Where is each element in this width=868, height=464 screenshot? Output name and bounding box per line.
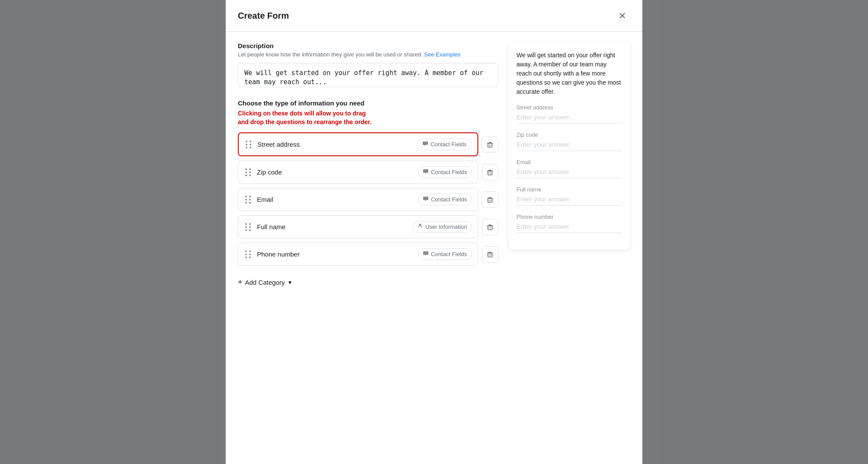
left-panel: Description Let people know how the info… (238, 42, 498, 454)
choose-section: Choose the type of information you need … (238, 99, 498, 126)
preview-field-placeholder: Enter your answer. (516, 168, 622, 178)
field-card: Zip codeContact Fields (238, 161, 478, 184)
preview-field-label: Street address (516, 104, 622, 111)
preview-field-label: Zip code (516, 132, 622, 138)
field-card: Full nameUser Information (238, 215, 478, 238)
field-card: EmailContact Fields (238, 188, 478, 211)
preview-field-label: Phone number (516, 214, 622, 220)
drag-handle-icon[interactable] (244, 222, 253, 232)
choose-section-label: Choose the type of information you need (238, 99, 498, 107)
svg-rect-0 (488, 143, 492, 147)
chat-icon (423, 196, 429, 203)
field-name-label: Phone number (257, 250, 414, 258)
modal-title: Create Form (238, 11, 289, 21)
svg-rect-4 (488, 226, 492, 230)
preview-card: We will get started on your offer right … (509, 42, 630, 250)
delete-field-button[interactable] (482, 164, 498, 181)
modal-body: Description Let people know how the info… (226, 32, 642, 464)
trash-icon (487, 251, 493, 258)
trash-icon (487, 141, 493, 148)
field-tag[interactable]: Contact Fields (418, 138, 471, 150)
person-icon (417, 223, 423, 230)
trash-icon (487, 196, 493, 203)
description-helper: Let people know how the information they… (238, 51, 498, 58)
field-tag-label: Contact Fields (431, 141, 467, 148)
field-name-label: Street address (257, 141, 413, 148)
field-tag[interactable]: Contact Fields (418, 194, 472, 205)
field-row: Full nameUser Information (238, 215, 498, 238)
preview-field: Street addressEnter your answer. (516, 104, 622, 124)
chat-icon (423, 168, 429, 176)
drag-handle-icon[interactable] (245, 140, 253, 149)
right-panel: We will get started on your offer right … (509, 42, 630, 454)
chevron-down-icon: ▼ (287, 280, 293, 286)
modal-header: Create Form (226, 0, 642, 32)
description-textarea[interactable]: We will get started on your offer right … (238, 63, 498, 87)
preview-field-label: Email (516, 159, 622, 165)
form-fields-list: Street addressContact FieldsZip codeCont… (238, 132, 498, 266)
field-tag[interactable]: User Information (412, 221, 472, 233)
trash-icon (487, 169, 493, 176)
preview-field-placeholder: Enter your answer. (516, 195, 622, 206)
delete-field-button[interactable] (482, 191, 498, 208)
create-form-modal: Create Form Description Let people know … (226, 0, 642, 464)
field-tag[interactable]: Contact Fields (418, 166, 472, 178)
svg-rect-1 (488, 171, 492, 175)
svg-rect-2 (488, 198, 492, 202)
trash-icon (487, 224, 493, 230)
field-row: Street addressContact Fields (238, 132, 498, 156)
field-row: EmailContact Fields (238, 188, 498, 211)
field-card: Phone numberContact Fields (238, 243, 478, 266)
drag-hint: Clicking on these dots will allow you to… (238, 109, 498, 126)
field-tag-label: Contact Fields (431, 196, 467, 203)
field-name-label: Full name (257, 223, 408, 230)
chat-icon (422, 141, 428, 148)
drag-handle-icon[interactable] (244, 195, 253, 204)
field-tag[interactable]: Contact Fields (418, 248, 472, 260)
preview-field: Full nameEnter your answer. (516, 186, 622, 206)
delete-field-button[interactable] (482, 219, 498, 235)
field-name-label: Zip code (257, 168, 414, 176)
drag-handle-icon[interactable] (244, 250, 253, 259)
field-name-label: Email (257, 196, 414, 203)
preview-fields: Street addressEnter your answer.Zip code… (516, 104, 622, 233)
see-examples-link[interactable]: See Examples (424, 51, 460, 58)
delete-field-button[interactable] (482, 136, 498, 153)
field-row: Zip codeContact Fields (238, 161, 498, 184)
field-tag-label: Contact Fields (431, 169, 467, 175)
svg-rect-5 (488, 253, 492, 257)
delete-field-button[interactable] (482, 246, 498, 263)
field-card: Street addressContact Fields (238, 132, 478, 156)
preview-field: Zip codeEnter your answer. (516, 132, 622, 151)
preview-description: We will get started on your offer right … (516, 51, 622, 96)
field-tag-label: User Information (425, 224, 467, 230)
preview-field-label: Full name (516, 186, 622, 193)
description-label: Description (238, 42, 498, 49)
plus-icon: + (238, 278, 243, 287)
drag-handle-icon[interactable] (244, 168, 253, 177)
preview-field-placeholder: Enter your answer. (516, 141, 622, 151)
description-section: Description Let people know how the info… (238, 42, 498, 99)
preview-field: Phone numberEnter your answer. (516, 214, 622, 233)
add-category-label: Add Category (245, 279, 285, 286)
preview-field-placeholder: Enter your answer. (516, 223, 622, 233)
field-tag-label: Contact Fields (431, 251, 467, 257)
chat-icon (423, 250, 429, 258)
preview-field: EmailEnter your answer. (516, 159, 622, 178)
close-button[interactable] (615, 8, 630, 23)
add-category-button[interactable]: + Add Category ▼ (238, 274, 293, 290)
field-row: Phone numberContact Fields (238, 243, 498, 266)
preview-field-placeholder: Enter your answer. (516, 113, 622, 124)
close-icon (618, 11, 627, 20)
